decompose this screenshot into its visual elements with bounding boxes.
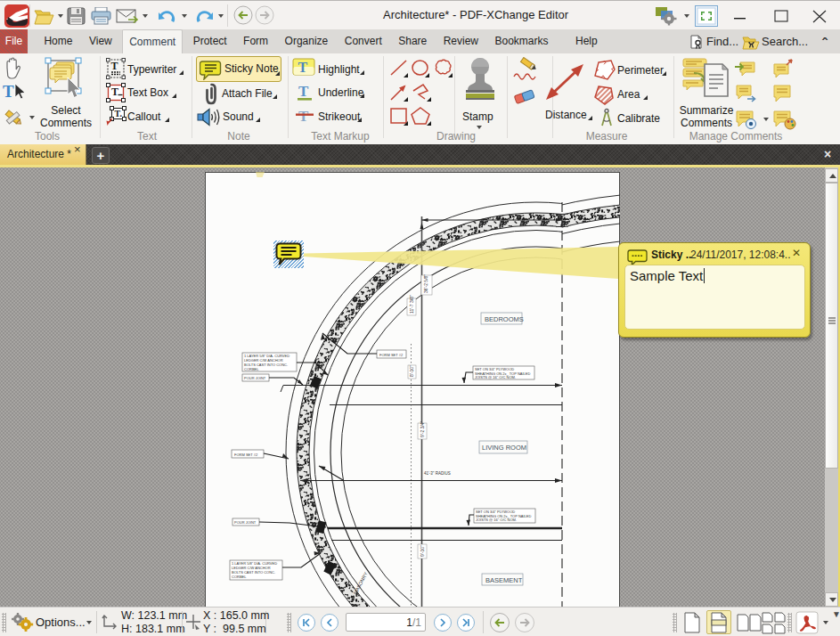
- svg-text:POUR JOINT: POUR JOINT: [244, 376, 266, 380]
- svg-text:36'-2 5/8": 36'-2 5/8": [423, 274, 428, 293]
- svg-text:9'-2 3/4": 9'-2 3/4": [420, 420, 425, 437]
- svg-text:BASEMENT: BASEMENT: [485, 576, 523, 584]
- svg-text:MASONRY: MASONRY: [353, 571, 369, 596]
- svg-text:9'-10": 9'-10": [420, 545, 425, 557]
- svg-text:JOISTS @ 16" O/C NOM.: JOISTS @ 16" O/C NOM.: [475, 375, 516, 379]
- svg-text:FORM SET #2: FORM SET #2: [234, 453, 258, 457]
- svg-text:LIVING ROOM: LIVING ROOM: [482, 444, 526, 452]
- svg-text:BEDROOMS: BEDROOMS: [485, 315, 524, 323]
- svg-text:41'-3" RADIUS: 41'-3" RADIUS: [424, 471, 451, 476]
- svg-text:8'-10": 8'-10": [409, 365, 414, 377]
- svg-text:CORBEL: CORBEL: [244, 367, 259, 371]
- svg-text:FORM SET #2: FORM SET #2: [379, 353, 404, 357]
- svg-text:POUR JOINT: POUR JOINT: [234, 520, 257, 525]
- svg-text:CORBEL: CORBEL: [232, 575, 247, 579]
- svg-text:JOISTS @ 16" O/C NOM.: JOISTS @ 16" O/C NOM.: [476, 518, 517, 522]
- svg-text:11'-7 3/8": 11'-7 3/8": [409, 295, 414, 314]
